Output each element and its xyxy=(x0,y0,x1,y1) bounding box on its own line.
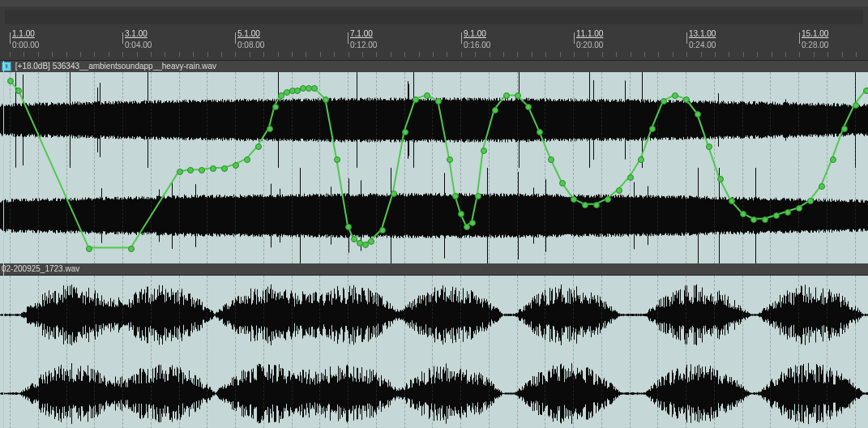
automation-point[interactable] xyxy=(717,176,724,182)
automation-point[interactable] xyxy=(379,227,386,233)
automation-point[interactable] xyxy=(627,174,634,181)
automation-point[interactable] xyxy=(435,98,442,105)
automation-point[interactable] xyxy=(413,96,419,103)
automation-point[interactable] xyxy=(267,126,273,132)
automation-point[interactable] xyxy=(796,205,802,212)
ruler-minor-tick xyxy=(574,52,575,57)
beat-gridline xyxy=(404,276,405,428)
automation-point[interactable] xyxy=(706,143,712,150)
automation-point[interactable] xyxy=(582,202,588,208)
ruler-major-tick[interactable]: 9.1.000:16.00 xyxy=(461,32,462,44)
clip-body-track2[interactable] xyxy=(0,275,868,428)
ruler-timecode-label: 0:04.00 xyxy=(125,41,152,49)
automation-point[interactable] xyxy=(515,92,521,99)
ruler-minor-tick xyxy=(137,52,138,57)
ruler-minor-tick xyxy=(10,52,11,57)
automation-point[interactable] xyxy=(187,167,194,173)
beat-gridline xyxy=(545,276,545,428)
ruler-minor-tick xyxy=(193,52,194,57)
ruler-minor-tick xyxy=(715,52,716,57)
automation-point[interactable] xyxy=(750,216,757,223)
automation-point[interactable] xyxy=(593,202,600,208)
automation-point[interactable] xyxy=(368,238,374,245)
ruler-major-tick[interactable]: 13.1.000:24.00 xyxy=(686,32,687,44)
automation-point[interactable] xyxy=(128,246,135,252)
automation-point[interactable] xyxy=(15,88,22,94)
automation-point[interactable] xyxy=(244,156,250,163)
automation-point[interactable] xyxy=(695,111,701,118)
ruler-major-tick[interactable]: 5.1.000:08.00 xyxy=(235,32,236,44)
automation-point[interactable] xyxy=(830,156,836,163)
automation-point[interactable] xyxy=(571,196,577,203)
automation-point[interactable] xyxy=(853,102,859,109)
automation-point[interactable] xyxy=(424,92,430,99)
automation-point[interactable] xyxy=(481,148,487,154)
ruler-major-tick[interactable]: 15.1.000:28.00 xyxy=(799,32,800,44)
automation-point[interactable] xyxy=(334,156,340,163)
ruler-bars-beats-label: 7.1.00 xyxy=(350,29,373,38)
ruler-major-tick[interactable]: 7.1.000:12.00 xyxy=(348,32,348,44)
automation-point[interactable] xyxy=(402,129,408,135)
automation-point[interactable] xyxy=(672,92,678,99)
automation-point[interactable] xyxy=(661,98,667,105)
clip-header-track1[interactable]: i [+18.0dB] 536343__ambientsoundapp__hea… xyxy=(0,61,868,72)
ruler-bars-beats-label: 15.1.00 xyxy=(802,29,828,38)
automation-point[interactable] xyxy=(729,198,735,204)
automation-point[interactable] xyxy=(86,246,92,252)
automation-point[interactable] xyxy=(447,156,453,163)
automation-point[interactable] xyxy=(210,165,216,172)
automation-point[interactable] xyxy=(863,88,868,94)
automation-point[interactable] xyxy=(819,183,825,190)
automation-point[interactable] xyxy=(762,216,768,223)
beat-gridline xyxy=(263,276,264,428)
automation-point[interactable] xyxy=(345,224,352,230)
ruler-bars-beats-label: 3.1.00 xyxy=(125,29,148,38)
automation-point[interactable] xyxy=(559,180,566,186)
tracks-container: i [+18.0dB] 536343__ambientsoundapp__hea… xyxy=(0,61,868,428)
automation-point[interactable] xyxy=(740,211,746,217)
automation-point[interactable] xyxy=(323,96,329,103)
automation-point[interactable] xyxy=(649,126,656,132)
beat-gridline xyxy=(122,276,123,428)
automation-point[interactable] xyxy=(773,212,780,219)
automation-point[interactable] xyxy=(537,129,543,135)
ruler-minor-tick xyxy=(814,52,815,57)
automation-point[interactable] xyxy=(391,190,397,197)
automation-point[interactable] xyxy=(548,156,554,163)
automation-point[interactable] xyxy=(605,196,611,203)
ruler-major-tick[interactable]: 3.1.000:04.00 xyxy=(122,32,123,44)
ruler-major-tick[interactable]: 1.1.000:00.00 xyxy=(10,32,11,44)
automation-point[interactable] xyxy=(458,211,464,217)
automation-point[interactable] xyxy=(638,156,644,163)
timeline-ruler[interactable]: 1.1.000:00.003.1.000:04.005.1.000:08.007… xyxy=(0,28,868,61)
automation-point[interactable] xyxy=(807,198,814,204)
automation-point[interactable] xyxy=(199,167,205,173)
automation-point[interactable] xyxy=(841,126,848,132)
automation-point[interactable] xyxy=(785,209,791,216)
ruler-minor-tick xyxy=(517,52,518,57)
automation-point[interactable] xyxy=(683,96,690,103)
automation-point[interactable] xyxy=(177,169,183,175)
automation-point[interactable] xyxy=(233,162,239,169)
ruler-major-tick[interactable]: 11.1.000:20.00 xyxy=(574,32,575,44)
clip-header-track2[interactable]: 02-200925_1723.wav xyxy=(0,263,868,275)
automation-point[interactable] xyxy=(475,193,481,199)
automation-point[interactable] xyxy=(525,104,532,110)
ruler-minor-tick xyxy=(122,52,123,57)
automation-point[interactable] xyxy=(221,165,228,172)
beat-gridline xyxy=(770,72,771,263)
ruler-minor-tick xyxy=(602,52,603,57)
automation-point[interactable] xyxy=(503,92,510,99)
automation-point[interactable] xyxy=(7,78,14,84)
beat-gridline xyxy=(292,276,293,428)
automation-point[interactable] xyxy=(311,85,318,92)
automation-point[interactable] xyxy=(255,143,262,150)
automation-point[interactable] xyxy=(452,193,459,199)
automation-point[interactable] xyxy=(616,187,622,194)
clip-body-track1[interactable] xyxy=(0,72,868,263)
automation-point[interactable] xyxy=(469,220,476,226)
automation-point[interactable] xyxy=(272,104,279,110)
automation-point[interactable] xyxy=(492,107,498,113)
ruler-minor-tick xyxy=(560,52,561,57)
playhead-cursor[interactable] xyxy=(3,61,4,428)
